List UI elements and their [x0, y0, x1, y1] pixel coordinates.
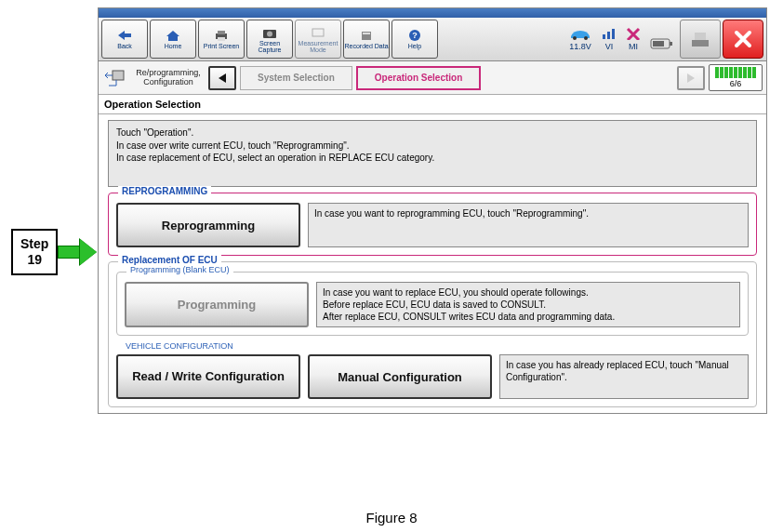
recorded-icon: [358, 29, 375, 42]
programming-button[interactable]: Programming: [125, 282, 309, 327]
instruction-line-3: In case replacement of ECU, select an op…: [116, 152, 749, 165]
read-write-config-button[interactable]: Read / Write Configuration: [116, 354, 300, 399]
svg-text:?: ?: [412, 31, 418, 40]
programming-desc: In case you want to replace ECU, you sho…: [316, 282, 740, 327]
content-area: Operation Selection Touch "Operation". I…: [99, 95, 766, 407]
back-label: Back: [117, 43, 132, 49]
camera-icon: [261, 26, 278, 39]
mi-label: MI: [629, 42, 638, 51]
reprogramming-legend: REPROGRAMMING: [118, 186, 211, 196]
help-button[interactable]: ? Help: [392, 20, 438, 59]
progress-indicator: 6/6: [709, 64, 763, 91]
help-icon: ?: [406, 29, 423, 42]
instruction-panel: Touch "Operation". In case over write cu…: [108, 120, 757, 187]
back-arrow-icon: [116, 29, 133, 42]
close-button[interactable]: [723, 20, 763, 59]
vehicle-config-desc: In case you has already replaced ECU, to…: [499, 354, 749, 399]
main-toolbar: Back Home Print Screen Screen Capture Me…: [99, 18, 766, 61]
tray-icon: [689, 29, 711, 49]
measurement-label: Measurement Mode: [296, 40, 340, 53]
svg-rect-19: [695, 33, 706, 40]
battery-icon: [650, 36, 674, 51]
breadcrumb-forward-button: [677, 66, 705, 90]
svg-rect-12: [603, 34, 605, 39]
app-window: Back Home Print Screen Screen Capture Me…: [98, 7, 767, 414]
replacement-legend: Replacement OF ECU: [118, 255, 221, 265]
svg-rect-14: [612, 29, 615, 39]
reprogramming-button[interactable]: Reprogramming: [116, 203, 300, 247]
capture-label: Screen Capture: [247, 40, 292, 53]
callout-line2: 19: [20, 252, 48, 268]
breadcrumb-label: Re/programming, Configuration: [132, 69, 205, 87]
triangle-left-icon: [216, 72, 229, 85]
reprogramming-desc: In case you want to reprogramming ECU, t…: [308, 203, 749, 247]
breadcrumb-step-system-selection[interactable]: System Selection: [240, 66, 352, 90]
svg-rect-17: [653, 41, 664, 47]
programming-subgroup: Programming (Blank ECU) Programming In c…: [116, 272, 749, 336]
recorded-label: Recorded Data: [344, 43, 388, 49]
recorded-button[interactable]: Recorded Data: [343, 20, 390, 59]
progress-bars-icon: [711, 67, 760, 78]
triangle-right-icon: [684, 72, 697, 85]
callout-line1: Step: [20, 236, 48, 252]
svg-rect-20: [113, 71, 124, 80]
programming-sublegend: Programming (Blank ECU): [126, 265, 233, 274]
back-button[interactable]: Back: [101, 20, 148, 59]
measure-icon: [310, 26, 326, 39]
signal-icon: [602, 27, 617, 40]
help-label: Help: [408, 43, 421, 49]
vehicle-config-legend: VEHICLE CONFIGURATION: [122, 341, 749, 351]
replacement-group: Replacement OF ECU Programming (Blank EC…: [108, 261, 757, 407]
measurement-button[interactable]: Measurement Mode: [295, 20, 341, 59]
callout-box: Step 19: [11, 229, 58, 275]
svg-point-10: [573, 36, 577, 40]
instruction-line-1: Touch "Operation".: [116, 126, 749, 140]
progress-text: 6/6: [730, 79, 742, 88]
breadcrumb-icon: [102, 67, 128, 89]
car-icon: [568, 27, 592, 40]
green-arrow-icon: [58, 239, 97, 265]
page-title: Operation Selection: [99, 95, 766, 114]
close-icon: [733, 29, 753, 49]
tray-button[interactable]: [680, 20, 721, 59]
breadcrumb-step-operation-selection[interactable]: Operation Selection: [356, 66, 481, 90]
print-label: Print Screen: [204, 43, 240, 49]
vi-label: VI: [605, 42, 614, 51]
home-button[interactable]: Home: [150, 20, 196, 59]
breadcrumb-back-button[interactable]: [208, 66, 236, 90]
figure-caption: Figure 8: [0, 510, 783, 525]
print-button[interactable]: Print Screen: [198, 20, 245, 59]
voltage-label: 11.8V: [569, 42, 591, 51]
status-area: 11.8V VI MI: [568, 27, 678, 51]
breadcrumb-bar: Re/programming, Configuration System Sel…: [99, 61, 766, 95]
capture-button[interactable]: Screen Capture: [246, 20, 293, 59]
manual-config-button[interactable]: Manual Configuration: [308, 354, 492, 399]
svg-rect-2: [218, 37, 225, 41]
home-label: Home: [165, 43, 182, 49]
svg-rect-5: [312, 29, 324, 36]
svg-rect-16: [670, 42, 672, 46]
home-icon: [165, 29, 181, 42]
reprogramming-group: REPROGRAMMING Reprogramming In case you …: [108, 193, 757, 256]
svg-point-4: [267, 31, 272, 36]
svg-rect-1: [218, 31, 225, 34]
window-title-bar: [99, 8, 766, 18]
mi-x-icon: [626, 27, 641, 40]
svg-rect-18: [692, 40, 709, 47]
svg-rect-7: [363, 33, 370, 34]
printer-icon: [213, 29, 230, 42]
svg-rect-13: [607, 32, 610, 39]
instruction-line-2: In case over write current ECU, touch "R…: [116, 140, 749, 153]
svg-point-11: [584, 36, 588, 40]
step-callout: Step 19: [11, 229, 97, 275]
